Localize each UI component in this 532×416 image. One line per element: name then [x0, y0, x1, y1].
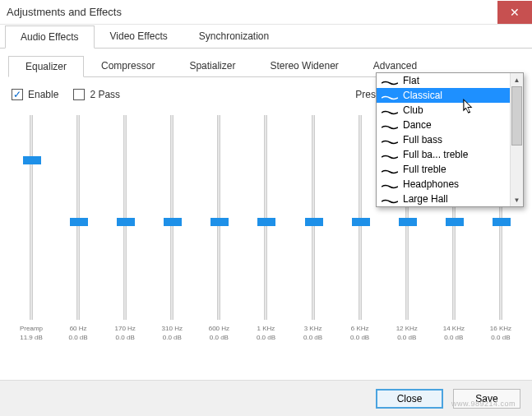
eq-slider-thumb[interactable]: [23, 156, 41, 164]
preset-option-club[interactable]: Club: [377, 103, 510, 118]
eq-slider-track[interactable]: [312, 115, 315, 320]
preset-dropdown-list: FlatClassicalClubDanceFull bassFull ba..…: [376, 72, 524, 207]
preset-curve-icon: [382, 196, 398, 202]
footer: Close Save www.989214.com: [0, 380, 532, 416]
subtab-compressor[interactable]: Compressor: [84, 55, 172, 76]
eq-slider-label: 6 KHz0.0 dB: [350, 325, 369, 342]
subtab-spatializer[interactable]: Spatializer: [172, 55, 252, 76]
eq-band-310Hz: 310 Hz0.0 dB: [152, 112, 192, 342]
eq-slider-label: 16 KHz0.0 dB: [490, 325, 511, 342]
scroll-thumb[interactable]: [511, 86, 522, 146]
dropdown-scrollbar[interactable]: ▲ ▼: [510, 73, 523, 206]
save-button[interactable]: Save: [453, 389, 520, 409]
preset-option-label: Headphones: [403, 178, 459, 190]
preset-option-label: Full ba... treble: [403, 149, 468, 160]
main-tabs: Audio EffectsVideo EffectsSynchronizatio…: [0, 25, 532, 49]
eq-slider-track[interactable]: [217, 115, 220, 320]
eq-slider-track[interactable]: [76, 115, 80, 320]
preset-curve-icon: [382, 136, 398, 143]
scroll-down-icon[interactable]: ▼: [511, 193, 523, 206]
eq-band-6KHz: 6 KHz0.0 dB: [340, 112, 380, 342]
two-pass-checkbox[interactable]: [73, 89, 85, 100]
preset-option-classical[interactable]: Classical: [377, 88, 510, 103]
eq-slider-label: 170 Hz0.0 dB: [115, 325, 136, 342]
preset-curve-icon: [382, 151, 398, 158]
save-button-label: Save: [475, 393, 497, 404]
close-button-label: Close: [397, 393, 423, 404]
eq-slider-track[interactable]: [30, 115, 33, 320]
eq-slider-label: 12 KHz0.0 dB: [396, 325, 418, 342]
preset-option-label: Classical: [403, 90, 442, 101]
preset-option-headphones[interactable]: Headphones: [377, 177, 510, 192]
eq-slider-label: 310 Hz0.0 dB: [162, 325, 183, 342]
preset-curve-icon: [382, 107, 398, 113]
eq-band-3KHz: 3 KHz0.0 dB: [294, 112, 333, 342]
eq-slider-label: Preamp11.9 dB: [20, 325, 43, 342]
eq-slider-thumb[interactable]: [399, 218, 417, 226]
eq-band-Preamp: Preamp11.9 dB: [12, 112, 51, 342]
subtab-stereo-widener[interactable]: Stereo Widener: [252, 55, 355, 76]
preset-curve-icon: [382, 92, 398, 99]
close-button[interactable]: Close: [376, 389, 443, 409]
close-window-button[interactable]: ✕: [497, 1, 532, 24]
titlebar: Adjustments and Effects ✕: [0, 0, 532, 25]
eq-band-170Hz: 170 Hz0.0 dB: [105, 112, 145, 342]
preset-option-label: Full bass: [403, 134, 442, 146]
preset-curve-icon: [382, 166, 398, 173]
eq-slider-label: 600 Hz0.0 dB: [209, 325, 229, 342]
eq-slider-thumb[interactable]: [352, 218, 370, 226]
preset-option-label: Dance: [403, 119, 432, 131]
two-pass-label: 2 Pass: [90, 89, 120, 100]
preset-curve-icon: [382, 77, 398, 84]
preset-option-label: Full treble: [403, 164, 446, 175]
scroll-track[interactable]: [511, 86, 523, 193]
eq-slider-thumb[interactable]: [257, 218, 275, 226]
eq-slider-label: 14 KHz0.0 dB: [443, 325, 465, 342]
eq-slider-thumb[interactable]: [305, 218, 323, 226]
window-title: Adjustments and Effects: [7, 6, 122, 18]
eq-slider-thumb[interactable]: [210, 218, 229, 226]
eq-band-60Hz: 60 Hz0.0 dB: [58, 112, 98, 342]
eq-slider-thumb[interactable]: [117, 218, 135, 226]
tab-audio-effects[interactable]: Audio Effects: [5, 25, 95, 49]
eq-slider-track[interactable]: [123, 115, 127, 320]
eq-slider-label: 3 KHz0.0 dB: [303, 325, 322, 342]
eq-band-600Hz: 600 Hz0.0 dB: [199, 112, 238, 342]
preset-option-label: Flat: [403, 75, 419, 86]
preset-option-full-ba-treble[interactable]: Full ba... treble: [377, 147, 510, 162]
preset-curve-icon: [382, 122, 398, 128]
eq-slider-label: 1 KHz0.0 dB: [257, 325, 275, 342]
preset-option-large-hall[interactable]: Large Hall: [377, 192, 510, 206]
enable-checkbox[interactable]: [12, 89, 23, 100]
eq-slider-track[interactable]: [264, 115, 267, 320]
preset-curve-icon: [382, 181, 398, 187]
eq-band-1KHz: 1 KHz0.0 dB: [246, 112, 285, 342]
eq-slider-thumb[interactable]: [493, 218, 511, 226]
scroll-up-icon[interactable]: ▲: [511, 73, 523, 86]
eq-slider-track[interactable]: [170, 115, 173, 320]
subtab-equalizer[interactable]: Equalizer: [8, 56, 84, 77]
close-icon: ✕: [510, 6, 520, 19]
eq-slider-thumb[interactable]: [446, 218, 464, 226]
preset-option-label: Club: [403, 104, 423, 116]
eq-slider-thumb[interactable]: [70, 218, 88, 226]
eq-slider-thumb[interactable]: [164, 218, 182, 226]
preset-option-dance[interactable]: Dance: [377, 118, 510, 132]
tab-video-effects[interactable]: Video Effects: [95, 25, 183, 48]
preset-option-full-treble[interactable]: Full treble: [377, 162, 510, 177]
eq-slider-label: 60 Hz0.0 dB: [69, 325, 88, 342]
preset-option-flat[interactable]: Flat: [377, 73, 510, 88]
enable-label: Enable: [28, 89, 58, 100]
tab-synchronization[interactable]: Synchronization: [183, 25, 285, 48]
preset-option-label: Large Hall: [403, 193, 448, 205]
preset-option-full-bass[interactable]: Full bass: [377, 132, 510, 147]
eq-slider-track[interactable]: [359, 115, 362, 320]
